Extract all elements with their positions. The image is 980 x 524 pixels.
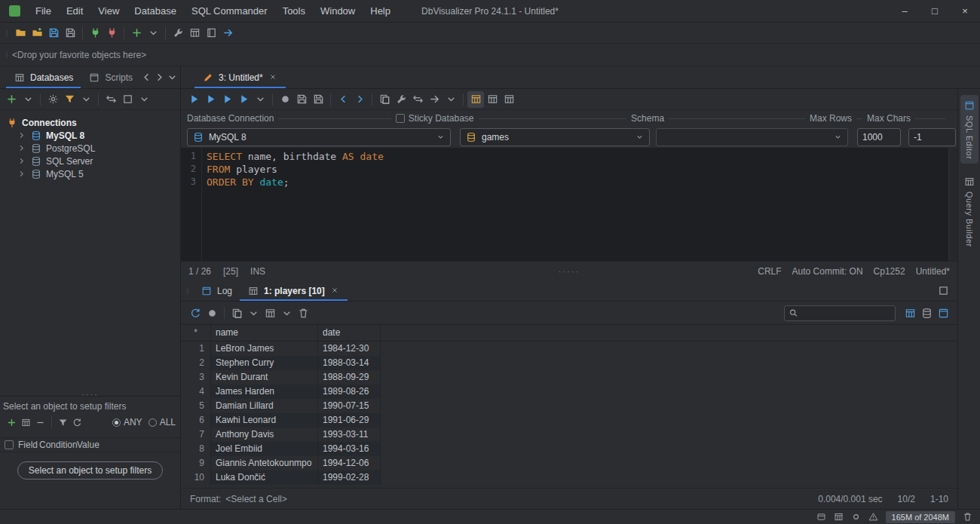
dock-tab-sql-editor[interactable]: SQL Editor [960, 95, 978, 164]
row-number[interactable]: 2 [181, 356, 211, 370]
cell[interactable]: 1988-03-14 [318, 356, 381, 370]
row-number[interactable]: 4 [181, 385, 211, 399]
column-header-date[interactable]: date [318, 325, 381, 341]
cell[interactable]: 1994-03-16 [318, 442, 381, 456]
create-connection-icon[interactable] [128, 25, 145, 41]
grid-view-icon[interactable] [262, 305, 278, 321]
code-line[interactable]: FROM players [207, 163, 948, 176]
minimize-button[interactable]: – [890, 0, 920, 22]
driver-manager-icon[interactable] [170, 25, 186, 41]
chevron-down-icon[interactable] [20, 91, 36, 108]
cell[interactable]: Kevin Durant [211, 370, 318, 385]
cell[interactable]: Damian Lillard [211, 399, 318, 413]
editor-status-item[interactable]: Auto Commit: ON [792, 266, 863, 277]
chevron-right-icon[interactable] [17, 144, 26, 153]
cell[interactable]: Stephen Curry [211, 356, 318, 370]
row-number[interactable]: 10 [181, 470, 211, 485]
run-icon[interactable] [185, 91, 202, 108]
max-rows-toggle[interactable] [467, 91, 484, 108]
text-output-icon[interactable] [501, 91, 517, 108]
database-select[interactable]: games [460, 128, 650, 146]
table-row[interactable]: 5Damian Lillard1990-07-15 [181, 399, 957, 413]
radio-all[interactable]: ALL [149, 417, 176, 427]
schema-select[interactable] [656, 128, 848, 146]
chevron-down-icon[interactable] [252, 91, 268, 108]
chevron-down-icon[interactable] [136, 91, 152, 108]
duplicate-filter-icon[interactable] [19, 415, 33, 430]
chevron-down-icon[interactable] [443, 91, 459, 108]
row-number[interactable]: 5 [181, 399, 211, 413]
new-file-icon[interactable] [29, 25, 45, 41]
connect-icon[interactable] [87, 25, 103, 41]
row-number[interactable]: 8 [181, 442, 211, 456]
cell[interactable]: 1990-07-15 [318, 399, 381, 413]
clear-grid-icon[interactable] [295, 305, 311, 321]
back-icon[interactable] [335, 91, 351, 108]
cell[interactable]: Anthony Davis [211, 427, 318, 442]
settings-icon[interactable] [44, 91, 61, 108]
column-header-star[interactable]: * [181, 325, 211, 341]
connection-status-icon[interactable] [850, 510, 862, 523]
format-sql-icon[interactable] [393, 91, 409, 108]
favorites-grip[interactable] [3, 48, 11, 62]
menu-item-sql-commander[interactable]: SQL Commander [184, 0, 275, 23]
tree-item-sql-server[interactable]: SQL Server [0, 155, 180, 167]
chevron-right-icon[interactable] [17, 131, 26, 140]
tab-databases[interactable]: Databases [6, 66, 81, 88]
cell[interactable]: James Harden [211, 385, 318, 399]
menu-item-help[interactable]: Help [363, 0, 398, 23]
chevron-down-icon[interactable] [145, 25, 161, 41]
table-row[interactable]: 3Kevin Durant1988-09-29 [181, 370, 957, 385]
table-row[interactable]: 2Stephen Curry1988-03-14 [181, 356, 957, 370]
editor-status-item[interactable]: CRLF [758, 266, 781, 277]
tabs-back-icon[interactable] [140, 69, 153, 86]
row-number[interactable]: 1 [181, 342, 211, 356]
table-row[interactable]: 1LeBron James1984-12-30 [181, 342, 957, 356]
tree-item-postgresql[interactable]: PostgreSQL [0, 142, 180, 155]
chevron-right-icon[interactable] [17, 170, 26, 179]
table-row[interactable]: 4James Harden1989-08-26 [181, 385, 957, 399]
menu-item-database[interactable]: Database [127, 0, 184, 23]
cell[interactable]: Luka Dončić [211, 470, 318, 485]
cell[interactable]: 1984-12-30 [318, 342, 381, 356]
cell[interactable]: LeBron James [211, 342, 318, 356]
max-chars-input[interactable] [908, 128, 956, 146]
maximize-panel-icon[interactable] [935, 283, 951, 299]
table-row[interactable]: 6Kawhi Leonard1991-06-29 [181, 413, 957, 427]
row-number[interactable]: 9 [181, 456, 211, 470]
connection-select[interactable]: MySQL 8 [187, 128, 451, 146]
garbage-collect-icon[interactable] [961, 510, 974, 523]
sql-commander-icon[interactable] [219, 25, 236, 41]
cell[interactable]: 1991-06-29 [318, 413, 381, 427]
editor-scrollbar[interactable] [948, 148, 957, 261]
cell[interactable]: 1993-03-11 [318, 427, 381, 442]
close-icon[interactable] [269, 73, 278, 82]
copy-icon[interactable] [228, 305, 245, 321]
add-filter-icon[interactable] [5, 415, 19, 430]
cell[interactable]: 1988-09-29 [318, 370, 381, 385]
grid-output-icon[interactable] [484, 91, 501, 108]
tabs-menu-icon[interactable] [166, 69, 179, 86]
code-line[interactable]: ORDER BY date; [207, 176, 948, 188]
open-file-icon[interactable] [12, 25, 29, 41]
menu-item-view[interactable]: View [90, 0, 127, 23]
run-explain-icon[interactable] [235, 91, 252, 108]
remove-filter-icon[interactable] [33, 415, 47, 430]
sticky-database-checkbox[interactable] [396, 114, 405, 123]
table-row[interactable]: 10Luka Dončić1999-02-28 [181, 470, 957, 485]
row-number[interactable]: 6 [181, 413, 211, 427]
menu-item-window[interactable]: Window [313, 0, 363, 23]
forward-icon[interactable] [351, 91, 368, 108]
code-area[interactable]: SELECT name, birthdate AS dateFROM playe… [202, 148, 948, 261]
cell[interactable]: 1999-02-28 [318, 470, 381, 485]
setup-filters-button[interactable]: Select an object to setup filters [17, 461, 163, 480]
row-number[interactable]: 3 [181, 370, 211, 385]
stop-icon[interactable] [204, 305, 220, 321]
cell[interactable]: Joel Embiid [211, 442, 318, 456]
collapse-all-icon[interactable] [103, 91, 119, 108]
bookmarks-icon[interactable] [203, 25, 219, 41]
run-current-icon[interactable] [219, 91, 235, 108]
run-script-icon[interactable] [202, 91, 219, 108]
menu-item-tools[interactable]: Tools [275, 0, 313, 23]
grid-status-icon[interactable] [832, 510, 845, 523]
